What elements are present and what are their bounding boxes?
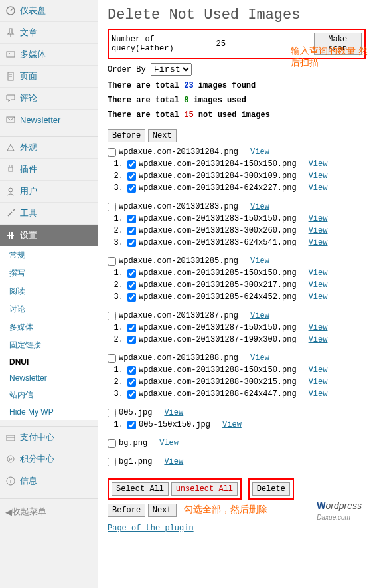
sidebar-item-plugin[interactable]: 插件 (0, 159, 98, 181)
file-checkbox[interactable] (127, 269, 136, 278)
view-link[interactable]: View (309, 214, 328, 223)
file-checkbox[interactable] (108, 203, 116, 211)
sidebar-item-tools[interactable]: 工具 (0, 203, 98, 225)
view-link[interactable]: View (250, 202, 269, 211)
view-link[interactable]: View (309, 183, 328, 193)
delete-button[interactable]: Delete (252, 482, 290, 496)
stat-used: There are total 8 images used (108, 96, 366, 105)
sidebar-item-mail[interactable]: Newsletter (0, 110, 98, 130)
sidebar-item-label: 评论 (20, 92, 37, 104)
file-checkbox[interactable] (127, 390, 136, 399)
select-actions-box: Select All unselect All (108, 478, 242, 500)
media-icon (5, 49, 16, 60)
file-checkbox[interactable] (108, 354, 116, 363)
plugin-icon (5, 164, 16, 175)
select-all-button[interactable]: Select All (112, 482, 169, 496)
points-icon: P (5, 454, 16, 464)
view-link[interactable]: View (309, 280, 328, 290)
settings-icon (5, 230, 16, 241)
file-name: wpdaxue.com-201301283-150x150.png (139, 214, 297, 223)
sidebar-item-points[interactable]: P积分中心 (0, 448, 98, 470)
next-button[interactable]: Next (148, 129, 177, 142)
view-link[interactable]: View (222, 420, 242, 429)
submenu-item[interactable]: 站内信 (0, 386, 98, 404)
sidebar-item-info[interactable]: i信息 (0, 470, 98, 492)
before-button[interactable]: Before (108, 129, 145, 142)
sidebar-item-appearance[interactable]: 外观 (0, 137, 98, 159)
file-name: wpdaxue.com-201301285-624x452.png (139, 292, 297, 302)
file-checkbox[interactable] (108, 409, 116, 417)
view-link[interactable]: View (309, 365, 328, 375)
submenu-item[interactable]: 讨论 (0, 300, 98, 318)
submenu-item[interactable]: 固定链接 (0, 336, 98, 354)
view-link[interactable]: View (309, 159, 328, 169)
sidebar-item-dashboard[interactable]: 仪表盘 (0, 0, 98, 22)
view-link[interactable]: View (309, 377, 328, 387)
submenu-item[interactable]: DNUI (0, 354, 98, 370)
plugin-page-link[interactable]: Page of the plugin (108, 524, 366, 533)
submenu-item[interactable]: 撰写 (0, 264, 98, 282)
svg-text:i: i (10, 478, 11, 484)
file-checkbox[interactable] (127, 281, 136, 290)
sidebar-item-users[interactable]: 用户 (0, 181, 98, 203)
view-link[interactable]: View (250, 147, 269, 157)
submenu-item[interactable]: 多媒体 (0, 318, 98, 336)
submenu-item[interactable]: 阅读 (0, 282, 98, 300)
next-button-bottom[interactable]: Next (148, 504, 177, 517)
dashboard-icon (5, 5, 16, 16)
file-checkbox[interactable] (108, 257, 116, 266)
sidebar-separator (0, 492, 98, 499)
view-link[interactable]: View (309, 268, 328, 278)
view-link[interactable]: View (309, 171, 328, 181)
file-name: wpdaxue.com-201301287-150x150.png (139, 323, 297, 332)
sidebar-item-comment[interactable]: 评论 (0, 88, 98, 110)
sidebar-item-page[interactable]: 页面 (0, 66, 98, 88)
sidebar-item-media[interactable]: 多媒体 (0, 44, 98, 66)
file-name: 005-150x150.jpg (139, 420, 210, 429)
view-link[interactable]: View (159, 439, 179, 448)
file-checkbox[interactable] (127, 293, 136, 302)
file-checkbox[interactable] (108, 458, 116, 466)
view-link[interactable]: View (250, 353, 269, 363)
view-link[interactable]: View (309, 389, 328, 399)
submenu-item[interactable]: Newsletter (0, 370, 98, 386)
file-checkbox[interactable] (127, 324, 136, 332)
file-checkbox[interactable] (127, 215, 136, 223)
file-checkbox[interactable] (127, 366, 136, 375)
file-checkbox[interactable] (127, 160, 136, 169)
view-link[interactable]: View (309, 238, 328, 247)
sidebar-item-label: 文章 (20, 27, 37, 39)
parent-file-row: bg.pngView (108, 437, 366, 449)
sidebar-separator (0, 420, 98, 427)
file-checkbox[interactable] (127, 378, 136, 387)
file-checkbox[interactable] (127, 227, 136, 235)
file-checkbox[interactable] (127, 239, 136, 247)
file-checkbox[interactable] (108, 312, 116, 320)
file-checkbox[interactable] (108, 148, 116, 157)
sidebar-item-settings[interactable]: 设置 (0, 225, 98, 246)
collapse-menu[interactable]: ◀ 收起菜单 (0, 499, 98, 524)
unselect-all-button[interactable]: unselect All (171, 482, 238, 496)
before-button-bottom[interactable]: Before (108, 504, 145, 517)
view-link[interactable]: View (309, 226, 328, 235)
submenu-item[interactable]: 常规 (0, 246, 98, 264)
child-file-row: 1.005-150x150.jpgView (108, 419, 366, 431)
child-file-row: 3.wpdaxue.com-201301288-624x447.pngView (108, 388, 366, 400)
file-checkbox[interactable] (108, 439, 116, 448)
file-checkbox[interactable] (127, 421, 136, 429)
view-link[interactable]: View (309, 335, 328, 344)
view-link[interactable]: View (309, 323, 328, 332)
submenu-item[interactable]: Hide My WP (0, 404, 98, 420)
view-link[interactable]: View (164, 457, 183, 466)
file-checkbox[interactable] (127, 172, 136, 181)
view-link[interactable]: View (250, 256, 269, 266)
file-checkbox[interactable] (127, 336, 136, 344)
view-link[interactable]: View (164, 408, 183, 417)
file-checkbox[interactable] (127, 184, 136, 193)
view-link[interactable]: View (250, 311, 269, 320)
order-select[interactable]: First (151, 63, 192, 76)
view-link[interactable]: View (309, 292, 328, 302)
sidebar-item-label: 工具 (20, 207, 37, 219)
sidebar-item-pay[interactable]: 支付中心 (0, 427, 98, 448)
sidebar-item-pin[interactable]: 文章 (0, 22, 98, 44)
